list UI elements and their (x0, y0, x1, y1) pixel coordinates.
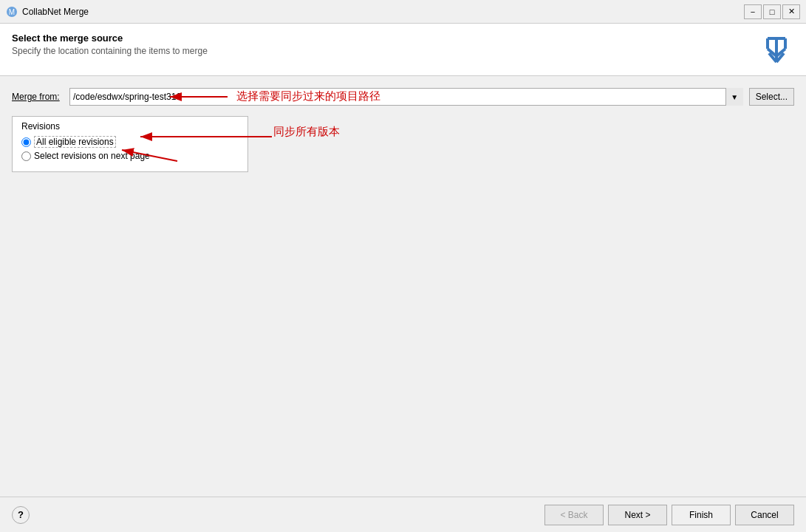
dialog-footer: ? < Back Next > Finish Cancel (0, 497, 806, 532)
footer-left: ? (12, 506, 30, 524)
app-icon: M (6, 6, 18, 18)
select-button[interactable]: Select... (749, 88, 794, 106)
next-button[interactable]: Next > (608, 505, 667, 525)
radio-all-label[interactable]: All eligible revisions (34, 136, 116, 148)
merge-from-row: Merge from: ▼ Select... (12, 88, 794, 106)
maximize-button[interactable]: □ (763, 4, 781, 19)
title-bar: M CollabNet Merge − □ ✕ (0, 0, 806, 24)
radio-all-eligible[interactable]: All eligible revisions (21, 136, 239, 148)
radio-select-label[interactable]: Select revisions on next page (34, 151, 150, 161)
dropdown-arrow-button[interactable]: ▼ (725, 88, 743, 106)
merge-icon (759, 33, 794, 68)
dialog-subtitle: Specify the location containing the item… (12, 46, 208, 56)
revisions-legend: Revisions (21, 121, 239, 132)
radio-select-input[interactable] (21, 151, 31, 161)
back-button[interactable]: < Back (544, 505, 604, 525)
minimize-button[interactable]: − (744, 4, 762, 19)
window-title: CollabNet Merge (22, 7, 744, 17)
revisions-group: Revisions All eligible revisions Select … (12, 116, 248, 172)
merge-from-label: Merge from: (12, 92, 64, 102)
dialog-body: Select the merge source Specify the loca… (0, 24, 806, 497)
window-controls[interactable]: − □ ✕ (744, 4, 800, 19)
merge-from-input-wrapper: ▼ (69, 88, 743, 106)
help-button[interactable]: ? (12, 506, 30, 524)
dialog-header: Select the merge source Specify the loca… (0, 24, 806, 76)
cancel-button[interactable]: Cancel (735, 505, 794, 525)
annotation-text-2: 同步所有版本 (273, 125, 340, 139)
dialog-title: Select the merge source (12, 33, 208, 44)
radio-select-revisions[interactable]: Select revisions on next page (21, 151, 239, 161)
svg-text:M: M (9, 8, 15, 16)
finish-button[interactable]: Finish (672, 505, 731, 525)
close-button[interactable]: ✕ (782, 4, 800, 19)
dialog-content: Merge from: ▼ Select... Revisions All el… (0, 76, 806, 497)
footer-right: < Back Next > Finish Cancel (544, 505, 794, 525)
header-text: Select the merge source Specify the loca… (12, 33, 208, 56)
merge-from-input[interactable] (69, 88, 743, 106)
radio-all-input[interactable] (21, 137, 31, 147)
